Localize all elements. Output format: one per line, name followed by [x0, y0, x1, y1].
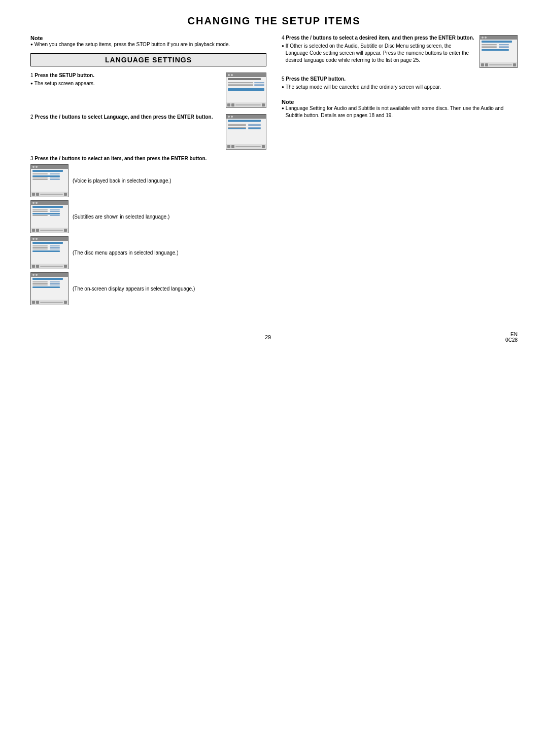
step-2-instruction: Press the / buttons to select Language, … — [35, 114, 213, 120]
step-4-header: 4 Press the / buttons to select a desire… — [282, 35, 474, 41]
step-1-bullet: The setup screen appears. — [30, 80, 221, 87]
footer-lang: EN — [505, 332, 518, 337]
note-top-bullet: When you change the setup items, press t… — [30, 41, 266, 48]
caption-disc-menu: (The disc menu appears in selected langu… — [73, 249, 178, 256]
step-1-header: 1 Press the SETUP button. — [30, 73, 221, 78]
screen-mockup-voice — [30, 164, 68, 197]
screen-mockup-disc-menu — [30, 236, 68, 269]
note-bottom: Note Language Setting for Audio and Subt… — [282, 99, 518, 119]
language-settings-box: LANGUAGE SETTINGS — [30, 53, 266, 66]
step-1-instruction: Press the SETUP button. — [35, 73, 94, 78]
screen-mockup-step4a — [480, 35, 518, 68]
page-footer: 29 EN 0C28 — [30, 332, 518, 343]
screen-mockup-osd — [30, 272, 68, 305]
footer-right: EN 0C28 — [505, 332, 518, 343]
step-4: 4 Press the / buttons to select a desire… — [282, 35, 518, 68]
step-1: 1 Press the SETUP button. The setup scre… — [30, 73, 266, 108]
screen-mockup-step1 — [226, 73, 266, 108]
caption-voice: (Voice is played back in selected langua… — [73, 177, 172, 184]
note-bottom-bullet: Language Setting for Audio and Subtitle … — [282, 105, 518, 119]
note-top-label: Note — [30, 35, 266, 41]
step-4-instruction: Press the / buttons to select a desired … — [286, 35, 474, 41]
note-bottom-label: Note — [282, 99, 518, 105]
step-3-instruction: Press the / buttons to select an item, a… — [35, 156, 207, 161]
screen-item-subtitle: (Subtitles are shown in selected languag… — [30, 200, 266, 233]
step-3-header: 3 Press the / buttons to select an item,… — [30, 156, 266, 161]
step-3: 3 Press the / buttons to select an item,… — [30, 156, 266, 305]
caption-subtitle: (Subtitles are shown in selected languag… — [73, 213, 169, 220]
caption-osd: (The on-screen display appears in select… — [73, 285, 195, 292]
page-number: 29 — [265, 334, 271, 340]
screen-item-osd: (The on-screen display appears in select… — [30, 272, 266, 305]
step-4-bullet: If Other is selected on the Audio, Subti… — [282, 43, 474, 64]
step-5: 5 Press the SETUP button. The setup mode… — [282, 76, 518, 91]
screen-mockup-subtitle — [30, 200, 68, 233]
page-title: CHANGING THE SETUP ITEMS — [30, 15, 518, 27]
right-column: 4 Press the / buttons to select a desire… — [282, 35, 518, 311]
footer-code: 0C28 — [505, 337, 518, 343]
left-column: Note When you change the setup items, pr… — [30, 35, 266, 311]
step-2: 2 Press the / buttons to select Language… — [30, 114, 266, 150]
screen-item-disc-menu: (The disc menu appears in selected langu… — [30, 236, 266, 269]
step-5-instruction: Press the SETUP button. — [286, 76, 346, 82]
step-5-header: 5 Press the SETUP button. — [282, 76, 518, 82]
screen-mockup-step2 — [226, 114, 266, 150]
step-2-header: 2 Press the / buttons to select Language… — [30, 114, 221, 120]
step-5-bullet: The setup mode will be canceled and the … — [282, 84, 518, 91]
screen-item-voice: (Voice is played back in selected langua… — [30, 164, 266, 197]
note-top: Note When you change the setup items, pr… — [30, 35, 266, 48]
